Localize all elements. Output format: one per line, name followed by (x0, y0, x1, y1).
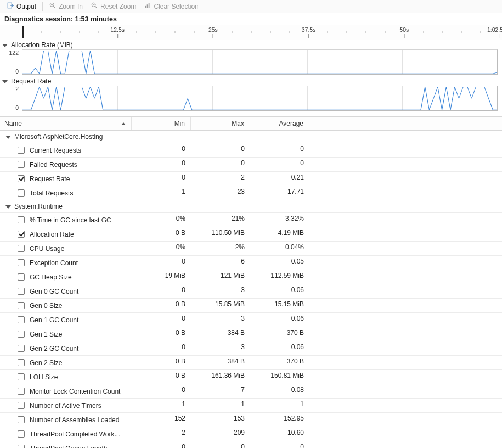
chart-plot[interactable] (22, 86, 498, 111)
counter-row[interactable]: Request Rate020.21 (0, 172, 502, 186)
chart-header[interactable]: Allocation Rate (MiB) (0, 40, 502, 49)
counter-row[interactable]: Number of Active Timers111 (0, 399, 502, 413)
counter-value: 110.50 MiB (191, 227, 250, 241)
export-icon (7, 2, 14, 11)
clear-selection-icon (144, 2, 151, 11)
output-button[interactable]: Output (3, 1, 40, 12)
col-min-header[interactable]: Min (132, 117, 191, 130)
counter-checkbox[interactable] (18, 445, 25, 448)
chart-1: Request Rate20 (0, 76, 502, 112)
group-label: System.Runtime (14, 203, 63, 210)
counter-row[interactable]: Gen 1 GC Count030.06 (0, 313, 502, 327)
counter-row[interactable]: ThreadPool Queue Length000 (0, 441, 502, 448)
counter-row[interactable]: % Time in GC since last GC0%21%3.32% (0, 213, 502, 227)
counter-value: 161.36 MiB (191, 370, 250, 384)
col-min-label: Min (174, 120, 185, 127)
counter-checkbox[interactable] (18, 430, 25, 438)
counter-value: 0.06 (250, 284, 309, 298)
counter-row[interactable]: Gen 0 GC Count030.06 (0, 284, 502, 299)
counter-value: 0.06 (250, 341, 309, 355)
counter-checkbox[interactable] (18, 316, 25, 323)
timeline-ruler[interactable]: 12.5s25s37.5s50s1:02.5min (0, 25, 502, 40)
counter-row[interactable]: GC Heap Size19 MiB121 MiB112.59 MiB (0, 270, 502, 284)
counter-checkbox[interactable] (18, 402, 25, 409)
counter-value: 1 (250, 399, 309, 412)
col-max-header[interactable]: Max (191, 117, 250, 130)
counter-checkbox[interactable] (18, 288, 25, 295)
col-max-label: Max (232, 120, 244, 127)
counter-value: 0 (250, 158, 309, 171)
y-axis: 20 (0, 86, 22, 111)
counter-checkbox[interactable] (18, 161, 25, 168)
ruler-tick: 12.5s (110, 26, 125, 38)
svg-rect-8 (145, 6, 146, 8)
counter-checkbox[interactable] (18, 216, 25, 223)
counter-checkbox[interactable] (18, 273, 25, 281)
counter-value: 0 (191, 143, 250, 157)
counter-value: 17.71 (250, 186, 309, 200)
counter-name: Failed Requests (30, 161, 77, 169)
counter-value: 0 B (132, 299, 191, 312)
counter-value: 0% (132, 242, 191, 255)
reset-zoom-icon (91, 2, 98, 11)
counter-checkbox[interactable] (18, 302, 25, 309)
counter-checkbox[interactable] (18, 359, 25, 366)
counter-checkbox[interactable] (18, 345, 25, 352)
counter-row[interactable]: Current Requests000 (0, 143, 502, 158)
ruler-tick: 37.5s (302, 26, 316, 38)
clear-selection-button[interactable]: Clear Selection (140, 1, 201, 12)
group-row[interactable]: System.Runtime (0, 200, 502, 213)
svg-line-2 (53, 6, 55, 8)
counter-row[interactable]: Failed Requests000 (0, 158, 502, 172)
reset-zoom-button[interactable]: Reset Zoom (87, 1, 139, 12)
counter-name: Number of Assemblies Loaded (30, 416, 119, 424)
col-avg-header[interactable]: Average (250, 117, 309, 130)
counter-value: 1 (191, 399, 250, 412)
counter-checkbox[interactable] (18, 331, 25, 338)
counter-checkbox[interactable] (18, 147, 25, 154)
counter-row[interactable]: ThreadPool Completed Work...220910.60 (0, 427, 502, 441)
counter-row[interactable]: Total Requests12317.71 (0, 186, 502, 200)
counter-checkbox[interactable] (18, 388, 25, 395)
counter-value: 0 B (132, 356, 191, 369)
counter-name: Current Requests (30, 147, 81, 154)
counter-row[interactable]: Gen 2 Size0 B384 B370 B (0, 356, 502, 370)
counter-row[interactable]: CPU Usage0%2%0.04% (0, 242, 502, 256)
counter-checkbox[interactable] (18, 245, 25, 252)
counter-value: 7 (191, 384, 250, 398)
zoom-in-button[interactable]: Zoom In (46, 1, 86, 12)
counter-checkbox[interactable] (18, 259, 25, 266)
counter-checkbox[interactable] (18, 416, 25, 423)
counter-value: 0.08 (250, 384, 309, 398)
counter-row[interactable]: Gen 0 Size0 B15.85 MiB15.15 MiB (0, 299, 502, 313)
counter-name: Monitor Lock Contention Count (30, 388, 120, 395)
collapse-icon (2, 80, 8, 83)
counter-name: Gen 2 Size (30, 359, 62, 367)
chart-header[interactable]: Request Rate (0, 76, 502, 86)
counter-row[interactable]: Monitor Lock Contention Count070.08 (0, 384, 502, 399)
counter-row[interactable]: Gen 2 GC Count030.06 (0, 341, 502, 356)
counter-row[interactable]: Gen 1 Size0 B384 B370 B (0, 327, 502, 341)
counter-checkbox[interactable] (18, 175, 25, 182)
counter-name: CPU Usage (30, 245, 64, 253)
counter-value: 0 (132, 313, 191, 327)
counter-value: 0.04% (250, 242, 309, 255)
counter-value: 0.06 (250, 313, 309, 327)
counter-checkbox[interactable] (18, 189, 25, 197)
counter-value: 6 (191, 256, 250, 270)
group-row[interactable]: Microsoft.AspNetCore.Hosting (0, 131, 502, 143)
counter-checkbox[interactable] (18, 373, 25, 380)
counter-checkbox[interactable] (18, 231, 25, 238)
chart-plot[interactable] (22, 49, 498, 75)
counter-row[interactable]: Allocation Rate0 B110.50 MiB4.19 MiB (0, 227, 502, 242)
counter-value: 0 (250, 441, 309, 448)
zoom-in-icon (49, 2, 57, 11)
counter-value: 2% (191, 242, 250, 255)
col-name-header[interactable]: Name (0, 117, 132, 130)
counter-row[interactable]: Number of Assemblies Loaded152153152.95 (0, 413, 502, 427)
counter-value: 23 (191, 186, 250, 200)
counter-value: 150.81 MiB (250, 370, 309, 384)
counter-value: 3 (191, 313, 250, 327)
counter-row[interactable]: Exception Count060.05 (0, 256, 502, 270)
counter-row[interactable]: LOH Size0 B161.36 MiB150.81 MiB (0, 370, 502, 384)
